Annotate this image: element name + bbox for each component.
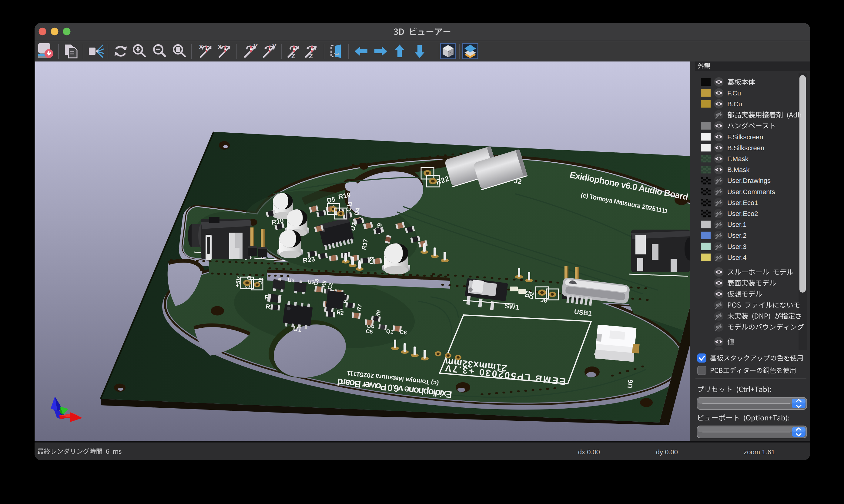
svg-text:User.Drawings: User.Drawings [727,177,771,184]
svg-text:User.Eco1: User.Eco1 [727,199,758,206]
svg-text:User.Eco2: User.Eco2 [727,210,758,217]
svg-text:R2: R2 [337,309,344,316]
svg-text:dx 0.00: dx 0.00 [578,448,600,456]
svg-text:B.Mask: B.Mask [727,166,750,174]
svg-text:zoom 1.61: zoom 1.61 [744,448,775,456]
svg-text:dy 0.00: dy 0.00 [656,448,678,456]
svg-text:X: X [218,43,222,50]
svg-text:User.1: User.1 [727,221,747,228]
svg-text:User.3: User.3 [727,243,747,251]
svg-text:User.Comments: User.Comments [727,188,775,196]
svg-text:F.Silkscreen: F.Silkscreen [727,133,763,141]
svg-text:F.Mask: F.Mask [727,155,749,163]
svg-text:U6: U6 [626,379,634,388]
svg-text:User.4: User.4 [727,254,747,262]
svg-text:C5: C5 [366,328,373,335]
svg-text:D2: D2 [528,292,535,300]
svg-text:B.Cu: B.Cu [727,100,742,108]
svg-text:U3: U3 [288,277,295,284]
svg-text:J2: J2 [513,177,522,186]
svg-text:Q1: Q1 [386,328,394,335]
svg-text:User.2: User.2 [727,232,747,239]
svg-text:U1: U1 [293,325,302,333]
svg-text:F.Cu: F.Cu [727,89,741,97]
svg-text:B.Silkscreen: B.Silkscreen [727,144,764,152]
